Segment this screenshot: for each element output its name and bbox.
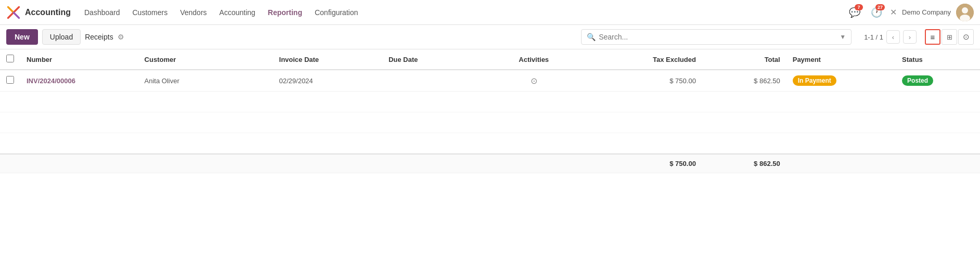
status-cell: Posted [896,70,980,92]
search-icon: 🔍 [587,33,596,41]
header-invoice-date[interactable]: Invoice Date [273,49,382,70]
activity-clock-icon[interactable]: ⊙ [531,76,537,85]
header-total[interactable]: Total [702,49,786,70]
empty-row-1 [0,92,980,112]
table-row: INV/2024/00006 Anita Oliver 02/29/2024 ⊙… [0,70,980,92]
settings-icon[interactable]: ⚙ [118,33,124,41]
toolbar: New Upload Receipts ⚙ 🔍 ▼ 1-1 / 1 ‹ › ≡ … [0,25,980,49]
new-button[interactable]: New [6,29,38,45]
footer-tax-excluded-value: $ 750.00 [669,160,696,167]
table-footer-row: $ 750.00 $ 862.50 [0,154,980,173]
search-input[interactable] [599,33,836,41]
footer-customer-col [138,154,273,173]
select-all-checkbox[interactable] [6,55,14,62]
pagination: 1-1 / 1 ‹ › [864,30,917,44]
activities-cell[interactable]: ⊙ [483,70,584,92]
svg-point-4 [962,7,968,14]
kanban-view-icon: ⊞ [947,33,952,41]
invoice-date-cell: 02/29/2024 [273,70,382,92]
header-tax-excluded[interactable]: Tax Excluded [584,49,702,70]
footer-due-date-col [382,154,483,173]
nav-right-area: 💬 7 🕐 27 ✕ Demo Company [846,4,974,21]
customer-cell: Anita Oliver [138,70,273,92]
footer-checkbox-col [0,154,20,173]
empty-row-2 [0,112,980,133]
header-status[interactable]: Status [896,49,980,70]
customer-name: Anita Oliver [145,77,179,85]
invoice-date: 02/29/2024 [279,77,313,85]
nav-reporting[interactable]: Reporting [263,5,307,20]
footer-number-col [20,154,138,173]
kanban-view-button[interactable]: ⊞ [942,29,957,45]
invoice-table: Number Customer Invoice Date Due Date Ac… [0,49,980,173]
table-header-row: Number Customer Invoice Date Due Date Ac… [0,49,980,70]
top-navigation: Accounting Dashboard Customers Vendors A… [0,0,980,25]
clock-view-button[interactable]: ⊙ [958,29,974,45]
total-cell: $ 862.50 [702,70,786,92]
app-brand: Accounting [25,8,71,17]
messages-button[interactable]: 💬 7 [846,4,863,21]
row-checkbox-cell [0,70,20,92]
header-number[interactable]: Number [20,49,138,70]
tax-excluded-cell: $ 750.00 [584,70,702,92]
nav-dashboard[interactable]: Dashboard [79,5,125,20]
app-logo[interactable] [6,5,21,20]
activities-button[interactable]: 🕐 27 [868,4,885,21]
footer-invoice-date-col [273,154,382,173]
clock-view-icon: ⊙ [963,32,970,42]
nav-configuration[interactable]: Configuration [310,5,363,20]
status-badge: Posted [902,75,933,86]
invoice-table-container: Number Customer Invoice Date Due Date Ac… [0,49,980,173]
nav-customers[interactable]: Customers [127,5,173,20]
pagination-range: 1-1 / 1 [864,33,883,41]
footer-payment-col [786,154,896,173]
footer-total: $ 862.50 [702,154,786,173]
footer-total-value: $ 862.50 [754,160,780,167]
empty-row-3 [0,133,980,154]
nav-accounting[interactable]: Accounting [214,5,261,20]
invoice-number[interactable]: INV/2024/00006 [27,77,75,85]
footer-status-col [896,154,980,173]
payment-cell: In Payment [786,70,896,92]
list-view-button[interactable]: ≡ [925,29,940,45]
nav-vendors[interactable]: Vendors [175,5,212,20]
user-avatar[interactable] [956,4,974,21]
logo-icon [6,5,21,20]
header-due-date[interactable]: Due Date [382,49,483,70]
upload-button[interactable]: Upload [42,29,81,45]
empty-cell-3 [0,133,980,154]
invoice-number-cell[interactable]: INV/2024/00006 [20,70,138,92]
company-name: Demo Company [902,8,951,16]
tax-excluded-value: $ 750.00 [669,77,696,85]
header-activities[interactable]: Activities [483,49,584,70]
header-checkbox-col [0,49,20,70]
avatar-image [956,4,974,21]
header-payment[interactable]: Payment [786,49,896,70]
svg-line-1 [8,7,14,12]
empty-cell-2 [0,112,980,133]
search-bar: 🔍 ▼ [581,29,852,45]
next-page-button[interactable]: › [903,30,917,44]
footer-tax-excluded: $ 750.00 [584,154,702,173]
search-dropdown-icon[interactable]: ▼ [836,33,846,41]
footer-activities-col [483,154,584,173]
messages-badge: 7 [855,4,863,10]
close-icon: ✕ [890,7,897,17]
page-label: Receipts [85,33,113,41]
total-value: $ 862.50 [754,77,780,85]
main-menu: Dashboard Customers Vendors Accounting R… [79,5,846,20]
list-view-icon: ≡ [931,33,935,42]
due-date-cell [382,70,483,92]
empty-cell [0,92,980,112]
prev-page-button[interactable]: ‹ [886,30,900,44]
svg-line-2 [14,12,19,18]
view-switcher: ≡ ⊞ ⊙ [925,29,974,45]
payment-badge: In Payment [793,75,836,86]
activities-badge: 27 [875,4,885,10]
row-checkbox[interactable] [6,76,14,84]
header-customer[interactable]: Customer [138,49,273,70]
